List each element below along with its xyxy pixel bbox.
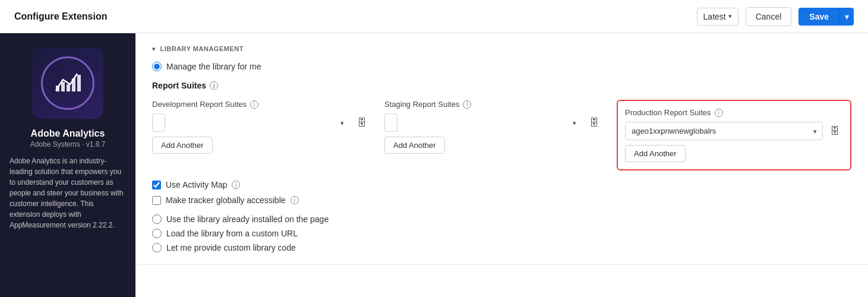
custom-code-label: Let me provide custom library code — [166, 243, 296, 252]
svg-rect-1 — [61, 82, 65, 91]
use-installed-radio[interactable] — [152, 214, 162, 224]
load-custom-url-option[interactable]: Load the library from a custom URL — [152, 229, 851, 238]
production-add-another-button[interactable]: Add Another — [625, 145, 686, 162]
app-vendor: Adobe Systems · v1.8.7 — [30, 140, 106, 148]
make-tracker-global-item[interactable]: Make tracker globally accessible i — [152, 195, 851, 205]
staging-suite-label: Staging Report Suites i — [384, 100, 602, 109]
svg-rect-0 — [56, 86, 59, 91]
production-suite-select[interactable]: ageo1xxpnwnewglobalrs — [625, 122, 823, 140]
save-button[interactable]: Save — [798, 8, 839, 26]
load-custom-url-radio[interactable] — [152, 229, 162, 238]
production-db-icon[interactable]: 🗄 — [826, 123, 843, 140]
production-suite-column: Production Report Suites i ageo1xxpnwnew… — [617, 100, 851, 170]
library-management-section: ▾ LIBRARY MANAGEMENT Manage the library … — [135, 33, 868, 265]
manage-library-label: Manage the library for me — [166, 62, 261, 71]
production-input-row: ageo1xxpnwnewglobalrs 🗄 — [625, 122, 843, 140]
production-suite-label: Production Report Suites i — [625, 108, 843, 117]
development-suite-column: Development Report Suites i 🗄 Add Anothe… — [152, 100, 370, 170]
save-dropdown-button[interactable]: ▾ — [839, 8, 854, 26]
development-input-row: 🗄 — [152, 113, 370, 132]
load-custom-url-label: Load the library from a custom URL — [166, 229, 298, 238]
version-chevron-icon: ▾ — [728, 12, 732, 20]
library-radio-group: Manage the library for me — [152, 62, 851, 71]
section-title: LIBRARY MANAGEMENT — [160, 45, 244, 52]
suites-grid: Development Report Suites i 🗄 Add Anothe… — [152, 100, 851, 170]
use-activity-map-item[interactable]: Use Activity Map i — [152, 180, 851, 189]
use-activity-map-checkbox[interactable] — [152, 181, 161, 189]
staging-add-another-button[interactable]: Add Another — [384, 137, 445, 154]
custom-code-option[interactable]: Let me provide custom library code — [152, 243, 851, 252]
section-header: ▾ LIBRARY MANAGEMENT — [152, 45, 851, 52]
activity-map-info-icon[interactable]: i — [232, 181, 240, 189]
page-title: Configure Extension — [14, 11, 107, 22]
development-suite-select[interactable] — [152, 113, 165, 132]
development-add-another-button[interactable]: Add Another — [152, 137, 213, 154]
app-description: Adobe Analytics is an industry-leading s… — [10, 156, 126, 230]
other-library-options: Use the library already installed on the… — [152, 214, 851, 252]
app-icon-circle — [41, 56, 94, 110]
staging-db-icon[interactable]: 🗄 — [586, 115, 602, 131]
custom-code-radio[interactable] — [152, 243, 162, 252]
development-select-wrapper — [152, 113, 350, 132]
svg-rect-2 — [67, 84, 70, 91]
development-suite-label: Development Report Suites i — [152, 100, 370, 109]
production-info-icon[interactable]: i — [715, 109, 723, 117]
svg-rect-4 — [77, 75, 81, 91]
staging-input-row: 🗄 — [384, 113, 602, 132]
use-installed-label: Use the library already installed on the… — [166, 214, 329, 224]
version-label: Latest — [703, 12, 726, 21]
report-suites-info-icon[interactable]: i — [210, 81, 218, 90]
app-logo-icon — [51, 67, 84, 100]
manage-library-option[interactable]: Manage the library for me — [152, 62, 851, 71]
tracker-global-info-icon[interactable]: i — [291, 196, 299, 204]
manage-library-radio[interactable] — [152, 62, 162, 71]
checkbox-group: Use Activity Map i Make tracker globally… — [152, 180, 851, 205]
main-layout: Adobe Analytics Adobe Systems · v1.8.7 A… — [0, 33, 868, 297]
development-info-icon[interactable]: i — [250, 100, 258, 109]
cancel-button[interactable]: Cancel — [746, 7, 792, 26]
staging-info-icon[interactable]: i — [463, 100, 471, 109]
content-area: ▾ LIBRARY MANAGEMENT Manage the library … — [135, 33, 868, 297]
app-name: Adobe Analytics — [31, 128, 105, 139]
save-group: Save ▾ — [798, 8, 854, 26]
staging-suite-column: Staging Report Suites i 🗄 Add Another — [384, 100, 602, 170]
use-installed-option[interactable]: Use the library already installed on the… — [152, 214, 851, 224]
report-suites-title: Report Suites — [152, 81, 206, 90]
staging-suite-select[interactable] — [384, 113, 397, 132]
svg-rect-3 — [72, 78, 75, 91]
use-activity-map-label: Use Activity Map — [166, 180, 227, 189]
app-icon — [32, 48, 103, 119]
development-db-icon[interactable]: 🗄 — [353, 115, 370, 131]
section-chevron-icon: ▾ — [152, 46, 156, 52]
sidebar: Adobe Analytics Adobe Systems · v1.8.7 A… — [0, 33, 135, 297]
production-select-wrapper: ageo1xxpnwnewglobalrs — [625, 122, 823, 140]
make-tracker-global-checkbox[interactable] — [152, 196, 161, 205]
header: Configure Extension Latest ▾ Cancel Save… — [0, 0, 868, 33]
header-actions: Latest ▾ Cancel Save ▾ — [697, 7, 854, 26]
staging-select-wrapper — [384, 113, 582, 132]
make-tracker-global-label: Make tracker globally accessible — [166, 195, 286, 205]
version-selector[interactable]: Latest ▾ — [697, 8, 738, 26]
report-suites-header: Report Suites i — [152, 81, 851, 90]
